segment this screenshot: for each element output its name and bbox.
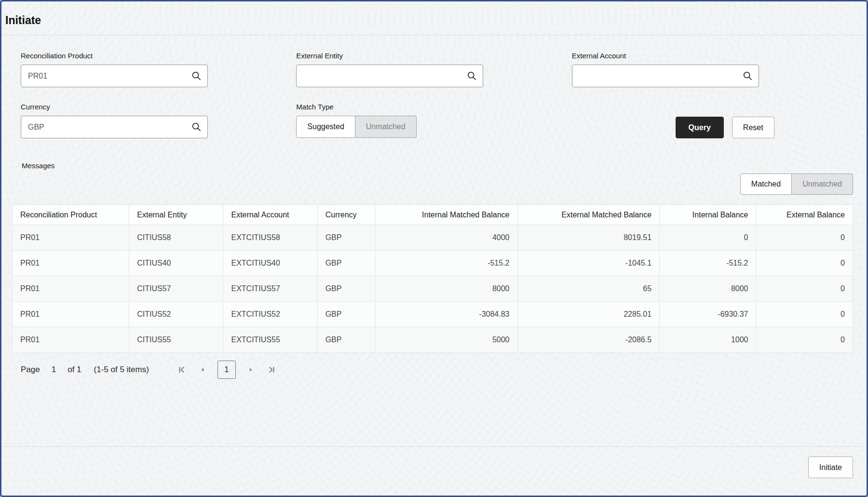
table-cell: EXTCITIUS57 bbox=[223, 276, 317, 302]
currency-search bbox=[21, 116, 208, 138]
table-cell: -2086.5 bbox=[517, 327, 660, 353]
table-cell: 2285.01 bbox=[517, 302, 660, 327]
table-cell: GBP bbox=[317, 276, 375, 302]
last-page-icon[interactable] bbox=[266, 364, 276, 375]
table-row[interactable]: PR01CITIUS58EXTCITIUS58GBP40008019.5100 bbox=[13, 225, 853, 251]
next-page-icon[interactable] bbox=[245, 364, 256, 375]
reset-button[interactable]: Reset bbox=[732, 117, 774, 138]
table-cell: PR01 bbox=[13, 251, 129, 276]
reconciliation-product-label: Reconciliation Product bbox=[21, 52, 296, 60]
page-number-button[interactable]: 1 bbox=[217, 361, 236, 379]
field-external-account: External Account bbox=[572, 52, 847, 87]
page-label: Page bbox=[21, 365, 40, 375]
field-match-type: Match Type Suggested Unmatched bbox=[296, 103, 571, 138]
page-title: Initiate bbox=[5, 14, 861, 27]
previous-page-icon[interactable] bbox=[197, 364, 208, 375]
table-header-row: Reconciliation ProductExternal EntityExt… bbox=[13, 205, 853, 225]
column-header: Internal Matched Balance bbox=[375, 205, 517, 225]
external-entity-label: External Entity bbox=[296, 52, 571, 60]
pagination-nav: 1 bbox=[177, 361, 276, 379]
table-cell: EXTCITIUS52 bbox=[223, 302, 317, 327]
current-page-value: 1 bbox=[52, 365, 56, 375]
table-cell: -515.2 bbox=[375, 251, 517, 276]
view-option-unmatched[interactable]: Unmatched bbox=[792, 174, 853, 195]
page-total-label: of 1 bbox=[68, 365, 81, 375]
table-cell: 0 bbox=[756, 276, 853, 302]
messages-table: Reconciliation ProductExternal EntityExt… bbox=[12, 204, 853, 353]
external-entity-search bbox=[296, 65, 483, 87]
table-cell: GBP bbox=[317, 225, 375, 251]
initiate-button[interactable]: Initiate bbox=[808, 457, 853, 478]
messages-view-toggle: Matched Unmatched bbox=[740, 174, 853, 196]
search-icon[interactable] bbox=[191, 121, 202, 132]
query-button[interactable]: Query bbox=[676, 117, 724, 138]
column-header: External Entity bbox=[129, 205, 223, 225]
column-header: Reconciliation Product bbox=[13, 205, 129, 225]
table-cell: 65 bbox=[517, 276, 660, 302]
external-account-label: External Account bbox=[572, 52, 847, 60]
table-cell: -1045.1 bbox=[517, 251, 660, 276]
view-option-matched[interactable]: Matched bbox=[740, 174, 792, 195]
table-row[interactable]: PR01CITIUS55EXTCITIUS55GBP5000-2086.5100… bbox=[13, 327, 853, 353]
match-type-label: Match Type bbox=[296, 103, 571, 111]
first-page-icon[interactable] bbox=[177, 364, 188, 375]
table-cell: 8000 bbox=[660, 276, 756, 302]
field-external-entity: External Entity bbox=[296, 52, 571, 87]
table-cell: 0 bbox=[756, 327, 853, 353]
external-entity-input[interactable] bbox=[296, 65, 483, 87]
table-cell: -515.2 bbox=[660, 251, 756, 276]
table-cell: EXTCITIUS58 bbox=[223, 225, 317, 251]
table-cell: 8019.51 bbox=[517, 225, 660, 251]
messages-section: Messages Matched Unmatched bbox=[1, 138, 867, 196]
table-cell: -6930.37 bbox=[660, 302, 756, 327]
table-cell: PR01 bbox=[13, 276, 129, 302]
external-account-input[interactable] bbox=[572, 65, 759, 87]
table-cell: EXTCITIUS55 bbox=[223, 327, 317, 353]
messages-toggle-row: Matched Unmatched bbox=[22, 174, 853, 196]
table-cell: CITIUS55 bbox=[129, 327, 223, 353]
table-body: PR01CITIUS58EXTCITIUS58GBP40008019.5100P… bbox=[13, 225, 853, 353]
table-cell: CITIUS40 bbox=[129, 251, 223, 276]
table-row[interactable]: PR01CITIUS57EXTCITIUS57GBP80006580000 bbox=[13, 276, 853, 302]
table-row[interactable]: PR01CITIUS40EXTCITIUS40GBP-515.2-1045.1-… bbox=[13, 251, 853, 276]
reconciliation-product-input[interactable] bbox=[21, 65, 208, 87]
table-row[interactable]: PR01CITIUS52EXTCITIUS52GBP-3084.832285.0… bbox=[13, 302, 853, 327]
table-cell: GBP bbox=[317, 251, 375, 276]
table-cell: 1000 bbox=[660, 327, 756, 353]
currency-label: Currency bbox=[21, 103, 296, 111]
table-cell: PR01 bbox=[13, 225, 129, 251]
column-header: External Balance bbox=[756, 205, 853, 225]
match-type-option-unmatched[interactable]: Unmatched bbox=[355, 116, 417, 138]
filter-actions: Query Reset bbox=[572, 103, 774, 138]
field-reconciliation-product: Reconciliation Product bbox=[21, 52, 296, 87]
column-header: Internal Balance bbox=[660, 205, 756, 225]
table-cell: CITIUS52 bbox=[129, 302, 223, 327]
search-icon[interactable] bbox=[742, 70, 753, 81]
items-range-label: (1-5 of 5 items) bbox=[94, 365, 149, 375]
external-account-search bbox=[572, 65, 759, 87]
messages-section-label: Messages bbox=[22, 161, 853, 170]
pagination: Page 1 of 1 (1-5 of 5 items) 1 bbox=[21, 361, 867, 379]
table-cell: PR01 bbox=[13, 327, 129, 353]
table-cell: 8000 bbox=[375, 276, 517, 302]
table-cell: GBP bbox=[317, 302, 375, 327]
match-type-option-suggested[interactable]: Suggested bbox=[296, 116, 355, 138]
match-type-toggle: Suggested Unmatched bbox=[296, 116, 416, 138]
column-header: External Matched Balance bbox=[517, 205, 660, 225]
table-cell: PR01 bbox=[13, 302, 129, 327]
reconciliation-product-search bbox=[21, 65, 208, 87]
page-content: Initiate Reconciliation Product External… bbox=[1, 1, 867, 496]
table-cell: CITIUS58 bbox=[129, 225, 223, 251]
column-header: Currency bbox=[317, 205, 375, 225]
table-cell: -3084.83 bbox=[375, 302, 517, 327]
search-icon[interactable] bbox=[191, 70, 202, 81]
table-cell: 4000 bbox=[375, 225, 517, 251]
initiate-window: Initiate Reconciliation Product External… bbox=[0, 0, 868, 497]
table-cell: 0 bbox=[660, 225, 756, 251]
table-cell: 0 bbox=[756, 302, 853, 327]
filter-section: Reconciliation Product External Entity bbox=[1, 35, 867, 138]
search-icon[interactable] bbox=[466, 70, 477, 81]
page-header: Initiate bbox=[1, 1, 867, 35]
table-cell: CITIUS57 bbox=[129, 276, 223, 302]
currency-input[interactable] bbox=[21, 116, 208, 138]
